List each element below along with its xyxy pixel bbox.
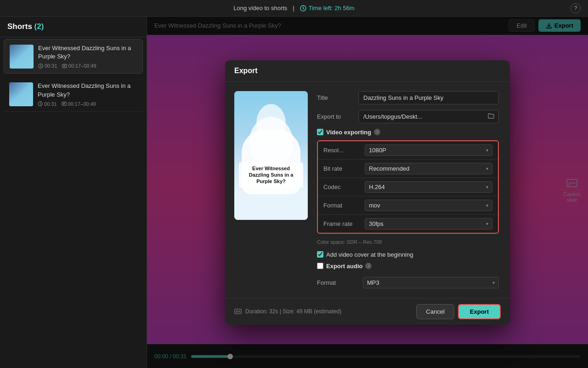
resolution-label: Resol... [323, 147, 365, 154]
audio-format-chevron: ▾ [492, 280, 495, 285]
audio-info-icon: i [365, 263, 372, 269]
bitrate-select[interactable]: Recommended ▾ [365, 163, 492, 174]
video-settings-box: Resol... 1080P ▾ Bit rate [317, 140, 499, 234]
codec-chevron: ▾ [486, 184, 488, 190]
cancel-button[interactable]: Cancel [416, 304, 454, 319]
svg-rect-2 [62, 64, 66, 68]
audio-format-select[interactable]: MP3 ▾ [363, 277, 499, 288]
resolution-select[interactable]: 1080P ▾ [365, 144, 492, 156]
audio-format-value: MP3 [367, 279, 379, 286]
codec-label: Codec [323, 184, 365, 190]
short-meta-1: 00:31 00:17–00:49 [38, 63, 137, 69]
shorts-count: (2) [34, 22, 44, 31]
framerate-row: Frame rate 30fps ▾ [318, 215, 498, 233]
codec-row: Codec H.264 ▾ [318, 178, 498, 196]
short-range-icon-1: 00:17–00:49 [62, 63, 96, 69]
thumb-clouds-1 [10, 54, 34, 69]
add-cover-checkbox[interactable] [317, 251, 323, 258]
video-export-checkbox[interactable] [317, 129, 323, 135]
short-info-1: Ever Witnessed Dazzling Suns in a Purple… [38, 44, 137, 69]
content-area: Ever Witnessed Dazzling Suns in a Purple… [147, 17, 588, 368]
main-layout: Shorts (2) Ever Witnessed Dazzling Suns … [0, 17, 588, 368]
video-export-info-icon: i [374, 129, 380, 135]
sidebar-header: Shorts (2) [0, 17, 147, 37]
short-title-2: Ever Witnessed Dazzling Suns in a Purple… [38, 82, 137, 98]
footer-duration-text: Duration: 32s | Size: 49 MB (estimated) [245, 308, 341, 315]
app-title: Long video to shorts [233, 5, 287, 12]
resolution-value: 1080P [369, 147, 386, 154]
audio-export-label: Export audio [326, 263, 362, 270]
short-info-2: Ever Witnessed Dazzling Suns in a Purple… [38, 82, 137, 106]
short-range-icon-2: 00:17–00:49 [62, 101, 96, 107]
format-value: mov [369, 202, 380, 209]
video-export-section-header: Video exporting i [317, 129, 499, 136]
framerate-chevron: ▾ [486, 221, 488, 226]
short-duration-icon-1: 00:31 [38, 63, 57, 69]
video-thumb-sky [234, 91, 308, 220]
title-row: Title [317, 91, 499, 104]
video-overlay-text: Ever Witnessed Dazzling Suns in a Purple… [249, 166, 294, 184]
add-cover-label: Add video cover at the beginning [326, 251, 413, 258]
format-select[interactable]: mov ▾ [365, 200, 492, 211]
codec-value: H.264 [369, 184, 385, 190]
short-meta-2: 00:31 00:17–00:49 [38, 101, 137, 107]
framerate-select[interactable]: 30fps ▾ [365, 218, 492, 230]
video-text-overlay: Ever Witnessed Dazzling Suns in a Purple… [239, 162, 303, 188]
title-input[interactable] [358, 91, 499, 104]
footer-info: Duration: 32s | Size: 49 MB (estimated) [234, 308, 341, 315]
framerate-label: Frame rate [323, 220, 365, 227]
export-to-label: Export to [317, 113, 354, 120]
short-duration-1: 00:31 [45, 63, 57, 69]
add-cover-header: Add video cover at the beginning [317, 251, 499, 258]
bitrate-value: Recommended [369, 165, 409, 172]
top-bar: Long video to shorts | Time left: 2h 56m… [0, 0, 588, 17]
audio-format-label: Format [317, 279, 358, 286]
audio-export-checkbox[interactable] [317, 263, 323, 269]
video-thumb-modal: Ever Witnessed Dazzling Suns in a Purple… [234, 91, 308, 220]
sidebar: Shorts (2) Ever Witnessed Dazzling Suns … [0, 17, 147, 368]
export-modal: Export E [225, 60, 510, 325]
color-space-text: Color space: SDR – Rec.709 [317, 237, 499, 247]
export-path-input[interactable] [359, 110, 484, 123]
short-range-2: 00:17–00:49 [68, 101, 96, 107]
framerate-value: 30fps [369, 220, 384, 227]
separator: | [293, 5, 294, 12]
modal-overlay: Export E [147, 17, 588, 368]
timer-display: Time left: 2h 56m [300, 5, 355, 12]
resolution-row: Resol... 1080P ▾ [318, 141, 498, 160]
format-label: Format [323, 202, 365, 209]
modal-form: Title Export to [317, 91, 501, 289]
short-item-2[interactable]: Ever Witnessed Dazzling Suns in a Purple… [4, 77, 143, 111]
modal-scroll-area[interactable]: Title Export to [317, 91, 501, 289]
short-thumb-2 [9, 82, 33, 106]
thumb-clouds-2 [9, 92, 33, 106]
audio-section-header: Export audio i [317, 263, 499, 270]
codec-select[interactable]: H.264 ▾ [365, 181, 492, 193]
export-to-row: Export to [317, 110, 499, 123]
short-range-1: 00:17–00:49 [68, 63, 96, 69]
folder-button[interactable] [484, 110, 498, 123]
modal-preview: Ever Witnessed Dazzling Suns in a Purple… [234, 91, 308, 289]
audio-format-row: Format MP3 ▾ [317, 274, 499, 289]
help-button[interactable]: ? [571, 3, 581, 13]
modal-body: Ever Witnessed Dazzling Suns in a Purple… [225, 82, 510, 298]
sidebar-title: Shorts [7, 22, 32, 31]
export-modal-button[interactable]: Export [458, 304, 501, 319]
video-export-label: Video exporting [326, 129, 371, 136]
svg-rect-4 [62, 102, 66, 105]
modal-footer: Duration: 32s | Size: 49 MB (estimated) … [225, 298, 510, 325]
bitrate-chevron: ▾ [486, 166, 488, 171]
export-to-field [358, 110, 499, 123]
title-label: Title [317, 94, 354, 101]
format-chevron: ▾ [486, 203, 488, 208]
footer-actions: Cancel Export [416, 304, 501, 319]
short-duration-icon-2: 00:31 [38, 101, 57, 107]
modal-title: Export [234, 67, 258, 75]
timer-text: Time left: 2h 56m [309, 5, 355, 12]
format-row: Format mov ▾ [318, 196, 498, 215]
short-item-1[interactable]: Ever Witnessed Dazzling Suns in a Purple… [4, 39, 143, 74]
modal-header: Export [225, 60, 510, 82]
top-bar-right: ? [571, 3, 581, 13]
short-title-1: Ever Witnessed Dazzling Suns in a Purple… [38, 44, 137, 61]
top-bar-center: Long video to shorts | Time left: 2h 56m [233, 5, 354, 12]
